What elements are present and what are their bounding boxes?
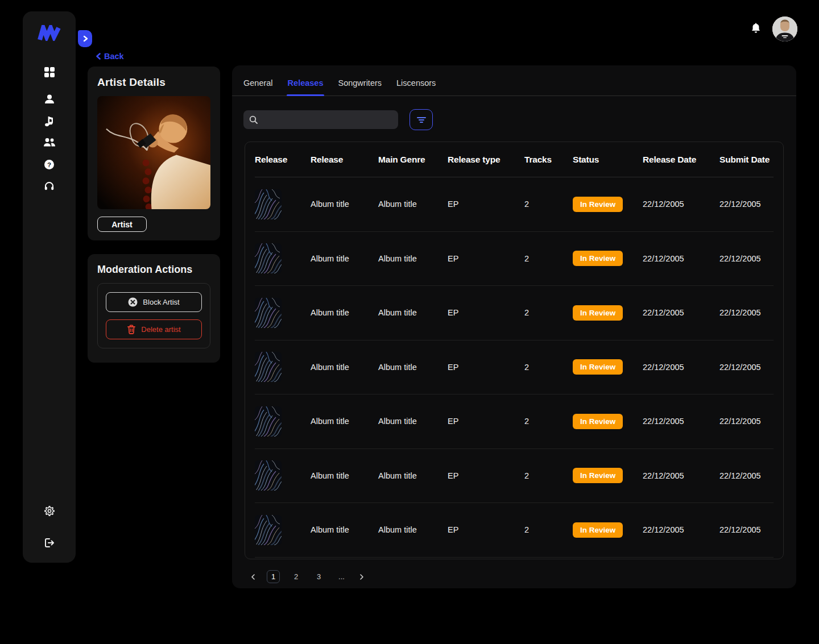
tab-songwriters[interactable]: Songwriters — [338, 78, 382, 95]
sidebar: ? — [23, 11, 76, 563]
release-date-cell: 22/12/2005 — [643, 308, 719, 317]
notifications-bell-icon[interactable] — [751, 23, 761, 35]
tab-liscensors[interactable]: Liscensors — [396, 78, 436, 95]
table-row[interactable]: Album title Album title EP 2 In Review 2… — [255, 177, 774, 232]
release-date-cell: 22/12/2005 — [643, 417, 719, 426]
logout-icon — [44, 538, 55, 548]
table-row[interactable]: Album title Album title EP 2 In Review 2… — [255, 503, 774, 558]
submit-date-cell: 22/12/2005 — [719, 363, 774, 372]
back-button[interactable]: Back — [96, 52, 124, 61]
trash-icon — [127, 325, 136, 334]
user-avatar[interactable] — [772, 16, 797, 41]
tab-releases[interactable]: Releases — [288, 78, 324, 95]
users-icon — [43, 138, 56, 148]
col-release-type: Release type — [448, 155, 524, 165]
sidebar-item-music[interactable] — [42, 114, 57, 128]
release-type-cell: EP — [448, 417, 524, 426]
status-cell: In Review — [573, 522, 643, 538]
search-box[interactable] — [243, 110, 398, 129]
sidebar-item-support[interactable] — [42, 178, 57, 193]
submit-date-cell: 22/12/2005 — [719, 200, 774, 209]
col-release-date: Release Date — [643, 155, 719, 165]
artist-details-title: Artist Details — [97, 76, 210, 89]
sidebar-item-settings[interactable] — [42, 504, 57, 518]
pagination-next-icon[interactable] — [358, 574, 366, 580]
tracks-cell: 2 — [524, 254, 573, 263]
sidebar-item-dashboard[interactable] — [42, 65, 57, 80]
sidebar-item-logout[interactable] — [42, 535, 57, 550]
block-artist-label: Block Artist — [143, 298, 179, 306]
table-header-row: Release Release Main Genre Release type … — [255, 142, 774, 177]
table-row[interactable]: Album title Album title EP 2 In Review 2… — [255, 394, 774, 449]
release-date-cell: 22/12/2005 — [643, 363, 719, 372]
artist-photo — [97, 96, 210, 209]
sidebar-expand-button[interactable] — [78, 30, 92, 47]
release-type-cell: EP — [448, 308, 524, 317]
status-badge: In Review — [573, 251, 623, 266]
status-cell: In Review — [573, 414, 643, 429]
table-row[interactable]: Album title Album title EP 2 In Review 2… — [255, 449, 774, 504]
sidebar-item-help[interactable]: ? — [42, 157, 57, 172]
release-date-cell: 22/12/2005 — [643, 471, 719, 480]
delete-artist-button[interactable]: Delete artist — [106, 319, 202, 339]
pagination-page-...[interactable]: ... — [335, 570, 348, 583]
tracks-cell: 2 — [524, 200, 573, 209]
pagination-page-2[interactable]: 2 — [289, 570, 303, 583]
release-date-cell: 22/12/2005 — [643, 254, 719, 263]
main-genre-cell: Album title — [378, 254, 448, 263]
block-artist-button[interactable]: Block Artist — [106, 292, 202, 312]
release-type-cell: EP — [448, 254, 524, 263]
main-genre-cell: Album title — [378, 525, 448, 534]
svg-text:?: ? — [47, 161, 51, 168]
filter-button[interactable] — [410, 109, 433, 130]
col-release-cover: Release — [255, 155, 311, 165]
pagination-page-3[interactable]: 3 — [312, 570, 325, 583]
release-title-cell: Album title — [311, 525, 378, 534]
delete-artist-label: Delete artist — [141, 325, 180, 334]
release-cover-thumbnail — [255, 352, 282, 382]
headset-icon — [44, 181, 55, 192]
col-main-genre: Main Genre — [378, 155, 448, 165]
user-icon — [44, 94, 55, 105]
sidebar-bottom — [23, 504, 76, 550]
table-row[interactable]: Album title Album title EP 2 In Review 2… — [255, 340, 774, 395]
sidebar-item-artists[interactable] — [42, 92, 57, 107]
release-cover-thumbnail — [255, 298, 282, 328]
status-badge: In Review — [573, 522, 623, 538]
sidebar-item-users[interactable] — [42, 135, 57, 150]
moderation-actions-card: Moderation Actions Block Artist — [88, 254, 220, 363]
submit-date-cell: 22/12/2005 — [719, 471, 774, 480]
grid-icon — [43, 66, 56, 78]
tracks-cell: 2 — [524, 525, 573, 534]
tracks-cell: 2 — [524, 308, 573, 317]
main-genre-cell: Album title — [378, 200, 448, 209]
releases-panel: General Releases Songwriters Liscensors — [232, 65, 796, 588]
release-type-cell: EP — [448, 525, 524, 534]
release-cover-thumbnail — [255, 515, 282, 545]
main-genre-cell: Album title — [378, 417, 448, 426]
release-title-cell: Album title — [311, 200, 378, 209]
col-release-title: Release — [311, 155, 378, 165]
releases-table: Release Release Main Genre Release type … — [245, 142, 784, 559]
release-title-cell: Album title — [311, 471, 378, 480]
back-label: Back — [104, 52, 124, 61]
status-badge: In Review — [573, 197, 623, 212]
release-title-cell: Album title — [311, 363, 378, 372]
pagination: 123... — [249, 570, 796, 583]
table-row[interactable]: Album title Album title EP 2 In Review 2… — [255, 286, 774, 340]
release-type-cell: EP — [448, 471, 524, 480]
table-body: Album title Album title EP 2 In Review 2… — [255, 177, 774, 558]
tab-general[interactable]: General — [243, 78, 273, 95]
pagination-prev-icon[interactable] — [249, 574, 257, 580]
status-cell: In Review — [573, 305, 643, 321]
help-icon: ? — [44, 159, 55, 170]
gear-icon — [44, 505, 55, 517]
release-cover-thumbnail — [255, 189, 282, 219]
search-input[interactable] — [263, 115, 392, 124]
table-row[interactable]: Album title Album title EP 2 In Review 2… — [255, 232, 774, 286]
brand-logo-icon[interactable] — [37, 25, 62, 41]
pagination-page-1[interactable]: 1 — [267, 570, 280, 583]
status-badge: In Review — [573, 305, 623, 321]
main-genre-cell: Album title — [378, 471, 448, 480]
submit-date-cell: 22/12/2005 — [719, 308, 774, 317]
